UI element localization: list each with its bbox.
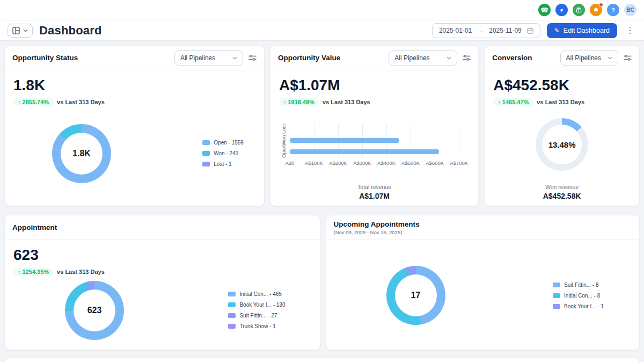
- legend-swatch: [228, 292, 236, 296]
- card-subtitle: (Nov 09, 2025 - Nov 15, 2025): [334, 229, 632, 235]
- delta-badge: ↑ 1918.49%: [279, 98, 319, 106]
- date-end[interactable]: 2025-11-09: [489, 27, 522, 34]
- legend-item[interactable]: Lost - 1: [202, 161, 244, 167]
- x-tick: A$300K: [353, 160, 371, 166]
- legend-label: Initial Con... - 465: [239, 291, 281, 297]
- arrow-right-icon: →: [477, 27, 484, 34]
- legend-label: Initial Con... - 8: [564, 293, 600, 299]
- legend-swatch: [202, 162, 210, 166]
- pipeline-filter-select[interactable]: All Pipelines: [389, 50, 457, 66]
- kebab-menu-icon[interactable]: ⋮: [624, 25, 636, 35]
- stat-value: A$452.58K: [493, 77, 631, 94]
- y-axis-label: Won: [279, 135, 288, 146]
- stat-value: 623: [13, 247, 311, 264]
- page-title: Dashboard: [39, 24, 102, 38]
- card-conversion: Conversion All Pipelines A$452.58K: [484, 45, 640, 206]
- chevron-down-icon: [23, 29, 28, 32]
- legend-label: Book Your I... - 130: [239, 302, 285, 308]
- legend-item[interactable]: Book Your I... - 1: [553, 303, 604, 309]
- legend-swatch: [553, 283, 560, 287]
- gift-icon[interactable]: [573, 4, 585, 16]
- legend-item[interactable]: Initial Con... - 465: [228, 291, 285, 297]
- legend-swatch: [202, 140, 210, 145]
- rocket-icon[interactable]: ➤: [555, 4, 568, 16]
- footer-label: Total revenue: [279, 184, 470, 190]
- legend-item[interactable]: Suit Fittin... - 8: [553, 282, 604, 288]
- edit-dashboard-button[interactable]: ✎ Edit Dashboard: [547, 23, 617, 38]
- legend-item[interactable]: Won - 243: [202, 150, 244, 156]
- x-tick: A$0: [285, 160, 294, 166]
- chevron-down-icon: [447, 56, 451, 60]
- delta-badge: ↑ 1254.35%: [13, 267, 53, 276]
- legend-item[interactable]: Initial Con... - 8: [553, 293, 604, 299]
- pipeline-filter-value: All Pipelines: [180, 54, 215, 62]
- donut-center-label: 1.8K: [52, 124, 111, 183]
- date-start[interactable]: 2025-01-01: [439, 27, 472, 34]
- legend-swatch: [202, 151, 210, 156]
- bar-won[interactable]: [290, 138, 399, 143]
- opportunity-status-donut-chart: 1.8K: [52, 124, 111, 183]
- x-tick: A$700K: [450, 160, 468, 166]
- gridline: [459, 124, 459, 157]
- page-header: Dashboard 2025-01-01 → 2025-11-09 ✎ Edit…: [0, 20, 644, 41]
- card-opportunity-value: Opportunity Value All Pipelines A$1.07M: [270, 45, 479, 206]
- stat-value: A$1.07M: [279, 77, 470, 94]
- legend-item[interactable]: Trunk Show - 1: [228, 323, 285, 329]
- card-title: Upcoming Appointments: [334, 220, 632, 228]
- legend-label: Trunk Show - 1: [239, 323, 275, 329]
- donut-center-label: 623: [65, 281, 124, 340]
- footer-label: Won revenue: [493, 184, 631, 190]
- donut-center-label: 17: [386, 266, 445, 325]
- pipeline-filter-select[interactable]: All Pipelines: [560, 50, 618, 66]
- x-tick: A$500K: [401, 160, 420, 166]
- filter-sliders-icon[interactable]: [248, 54, 257, 61]
- pipeline-filter-select[interactable]: All Pipelines: [174, 50, 243, 66]
- footer-value: A$1.07M: [279, 192, 470, 200]
- notification-dot: [599, 3, 603, 7]
- legend-item[interactable]: Book Your I... - 130: [228, 302, 285, 308]
- filter-sliders-icon[interactable]: [463, 54, 471, 61]
- legend-item[interactable]: Suit Fittin... - 27: [228, 313, 285, 318]
- legend-swatch: [553, 304, 560, 309]
- pipeline-filter-value: All Pipelines: [394, 54, 429, 62]
- delta-badge: ↑ 1465.47%: [493, 98, 533, 106]
- delta-label: vs Last 313 Days: [57, 99, 105, 105]
- pipeline-filter-value: All Pipelines: [566, 54, 601, 62]
- appointment-donut-chart: 623: [65, 281, 124, 340]
- bar-chart-plot-area: [290, 124, 459, 157]
- legend-label: Book Your I... - 1: [564, 303, 604, 309]
- grid-layout-icon: [12, 27, 20, 34]
- next-section-card: [4, 358, 640, 362]
- legend: Initial Con... - 465 Book Your I... - 13…: [228, 291, 285, 329]
- topbar-icons: ☎ ➤ ? BC: [538, 4, 636, 16]
- phone-icon[interactable]: ☎: [538, 4, 551, 16]
- bar-open[interactable]: [290, 149, 439, 154]
- chevron-down-icon: [232, 56, 237, 60]
- avatar[interactable]: BC: [624, 4, 636, 16]
- legend-label: Open - 1559: [214, 140, 244, 146]
- y-axis-label: Open: [279, 146, 288, 157]
- chevron-down-icon: [608, 56, 612, 60]
- card-title: Opportunity Status: [12, 54, 169, 62]
- help-icon[interactable]: ?: [607, 4, 619, 16]
- legend-label: Won - 243: [214, 150, 238, 156]
- legend-swatch: [228, 302, 236, 307]
- dashboard-switcher-button[interactable]: [8, 24, 33, 38]
- card-appointment: Appointment 623 ↑ 1254.35% vs Last 313 D…: [4, 215, 320, 350]
- stat-value: 1.8K: [13, 77, 255, 94]
- legend-label: Suit Fittin... - 27: [239, 313, 277, 318]
- conversion-gauge-chart: 13.48%: [536, 118, 588, 171]
- delta-label: vs Last 313 Days: [57, 269, 105, 275]
- x-tick: A$100K: [305, 160, 323, 166]
- topbar: ☎ ➤ ? BC: [0, 0, 644, 20]
- edit-dashboard-label: Edit Dashboard: [564, 27, 610, 34]
- gauge-center-label: 13.48%: [536, 118, 588, 171]
- card-title: Appointment: [12, 223, 312, 231]
- card-opportunity-status: Opportunity Status All Pipelines 1.8K: [4, 45, 265, 206]
- legend-item[interactable]: Open - 1559: [202, 140, 244, 146]
- filter-sliders-icon[interactable]: [624, 54, 632, 61]
- card-title: Opportunity Value: [278, 54, 383, 62]
- pencil-icon: ✎: [554, 27, 560, 34]
- bell-icon[interactable]: [590, 4, 602, 16]
- date-range-picker[interactable]: 2025-01-01 → 2025-11-09: [432, 23, 540, 38]
